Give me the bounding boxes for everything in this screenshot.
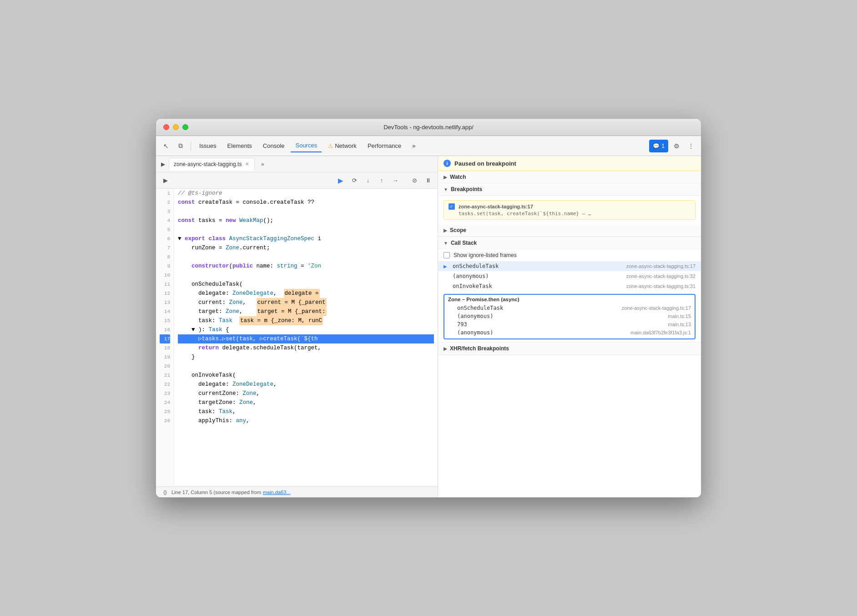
async-frame-1[interactable]: (anonymous) main.ts:15 [448,312,691,320]
debug-panel: i Paused on breakpoint ▶ Watch ▼ Breakpo… [438,156,701,497]
async-frame-2[interactable]: 793 main.ts:13 [448,320,691,328]
call-frame-2[interactable]: onInvokeTask zone-async-stack-tagging.ts… [438,281,701,291]
format-button[interactable]: {} [161,488,170,497]
main-toolbar: ↖ ⧉ Issues Elements Console Sources ⚠ Ne… [156,136,701,156]
xhr-label: XHR/fetch Breakpoints [450,345,509,352]
xhr-chevron: ▶ [444,346,447,351]
tab-issues-label: Issues [199,142,217,149]
tab-console[interactable]: Console [258,140,289,152]
more-menu-button[interactable]: ⋮ [685,140,697,152]
callstack-chevron: ▼ [444,241,448,246]
code-line-26: applyThis: any, [178,416,434,425]
breakpoints-content: ✓ zone-async-stack-tagging.ts:17 tasks.s… [438,196,701,224]
chat-button[interactable]: 💬 1 [649,140,668,152]
code-line-5 [178,225,434,234]
step-out-button[interactable]: ↑ [376,175,388,187]
breakpoint-checkbox[interactable]: ✓ [449,203,455,210]
code-line-4: const tasks = new WeakMap(); [178,216,434,225]
pause-button[interactable]: ⏸ [422,175,434,187]
code-line-23: currentZone: Zone, [178,389,434,398]
xhr-section: ▶ XHR/fetch Breakpoints [438,343,701,355]
tab-performance[interactable]: Performance [363,140,406,152]
code-line-11: onScheduleTask( [178,280,434,289]
paused-banner: i Paused on breakpoint [438,156,701,171]
frame-name-0: onScheduleTask [453,263,623,269]
watch-section-header[interactable]: ▶ Watch [438,171,701,183]
cursor-tool-button[interactable]: ↖ [160,140,172,152]
call-frame-0[interactable]: ▶ onScheduleTask zone-async-stack-taggin… [438,261,701,271]
titlebar: DevTools - ng-devtools.netlify.app/ [156,119,701,136]
scope-header[interactable]: ▶ Scope [438,224,701,237]
deactivate-button[interactable]: ⊘ [408,175,420,187]
step-icon: → [393,177,398,184]
code-line-25: task: Task, [178,407,434,416]
code-line-1: // @ts-ignore [178,189,434,198]
tab-sources-label: Sources [295,142,317,149]
more-tabs-button[interactable]: » [257,159,267,169]
resume-icon: ▶ [338,177,343,185]
frame-location-1: zone-async-stack-tagging.ts:32 [626,273,696,279]
more-tabs-icon: » [412,142,415,149]
code-line-6: ▼ export class AsyncStackTaggingZoneSpec… [178,234,434,243]
async-frame-location-1: main.ts:15 [668,313,691,319]
code-line-10 [178,271,434,280]
breakpoints-label: Breakpoints [451,186,482,192]
deactivate-icon: ⊘ [412,177,417,184]
resume-button[interactable]: ▶ [335,175,347,187]
code-line-7: runZone = Zone.current; [178,243,434,252]
ignore-checkbox[interactable] [444,252,450,258]
call-frame-1[interactable]: (anonymous) zone-async-stack-tagging.ts:… [438,271,701,281]
xhr-section-header[interactable]: ▶ XHR/fetch Breakpoints [438,343,701,355]
chat-icon: 💬 [653,143,660,149]
tab-bar: ▶ zone-async-stack-tagging.ts ✕ » [156,156,438,172]
callstack-label: Call Stack [451,240,477,246]
tab-sources[interactable]: Sources [291,140,322,152]
tab-network-label: Network [335,142,357,149]
minimize-button[interactable] [173,124,179,130]
expand-icon: ▶ [161,161,165,167]
async-frame-location-3: main.da63f7b2fe3f1fa3.js:1 [630,330,691,335]
tab-elements[interactable]: Elements [223,140,257,152]
step-into-button[interactable]: ↓ [362,175,374,187]
tab-more-button[interactable]: » [408,140,420,152]
show-ignore-label: Show ignore-listed frames [454,252,517,258]
info-icon: i [444,160,451,167]
async-frame-name-1: (anonymous) [457,313,664,319]
step-button[interactable]: → [389,175,401,187]
step-over-button[interactable]: ⟳ [348,175,360,187]
close-tab-button[interactable]: ✕ [244,161,250,167]
breakpoints-section: ▼ Breakpoints ✓ zone-async-stack-tagging… [438,183,701,224]
code-area[interactable]: 1 2 3 4 5 6 7 8 9 10 11 12 13 14 15 16 1 [156,189,438,486]
code-line-21: onInvokeTask( [178,371,434,380]
tab-performance-label: Performance [368,142,401,149]
tab-elements-label: Elements [227,142,252,149]
callstack-header[interactable]: ▼ Call Stack [438,237,701,249]
tab-issues[interactable]: Issues [195,140,221,152]
code-line-17: ▷tasks.▷set(task, ▷createTask(`${th [178,334,434,343]
layers-button[interactable]: ⧉ [174,140,187,152]
breakpoints-header[interactable]: ▼ Breakpoints [438,183,701,196]
code-line-24: targetZone: Zone, [178,398,434,407]
maximize-button[interactable] [182,124,188,130]
async-frame-0[interactable]: onScheduleTask zone-async-stack-tagging.… [448,304,691,312]
settings-button[interactable]: ⚙ [670,140,683,152]
breakpoint-filename: zone-async-stack-tagging.ts:17 [459,204,533,209]
show-navigator-button[interactable]: ▶ [160,175,171,187]
breakpoints-chevron: ▼ [444,187,448,192]
step-over-icon: ⟳ [352,177,357,184]
debug-sections: i Paused on breakpoint ▶ Watch ▼ Breakpo… [438,156,701,497]
code-line-2: const createTask = console.createTask ?? [178,198,434,207]
pause-icon: ⏸ [425,177,431,184]
async-frame-3[interactable]: (anonymous) main.da63f7b2fe3f1fa3.js:1 [448,328,691,337]
frame-name-1: (anonymous) [453,273,623,279]
tab-network[interactable]: ⚠ Network [323,140,361,152]
callstack-section: ▼ Call Stack Show ignore-listed frames ▶… [438,237,701,343]
file-tab[interactable]: zone-async-stack-tagging.ts ✕ [169,158,255,171]
code-line-18: return delegate.scheduleTask(target, [178,343,434,353]
source-map-link[interactable]: main.da63... [263,490,291,495]
expand-panel-button[interactable]: ▶ [158,159,168,169]
close-button[interactable] [163,124,169,130]
code-panel: ▶ zone-async-stack-tagging.ts ✕ » ▶ ▶ [156,156,438,497]
traffic-lights [163,124,188,130]
file-tab-name: zone-async-stack-tagging.ts [174,161,242,167]
